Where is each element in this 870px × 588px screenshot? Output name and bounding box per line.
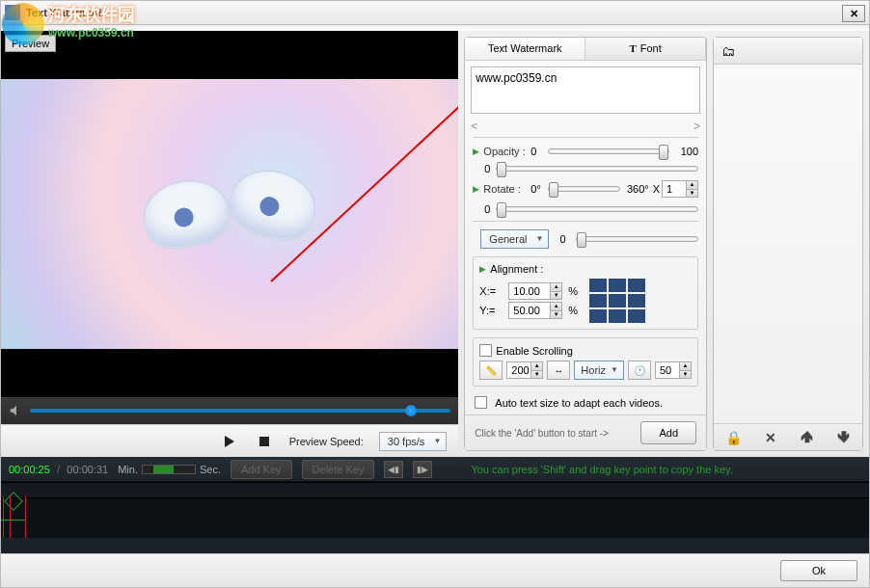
- time-current: 00:00:25: [9, 464, 50, 475]
- seek-thumb[interactable]: [405, 405, 417, 416]
- volume-icon[interactable]: [9, 404, 22, 417]
- next-key-button[interactable]: ▮▶: [413, 461, 432, 478]
- window-title: Text Watermark: [26, 7, 104, 18]
- opacity-sub-slider[interactable]: [496, 166, 698, 172]
- lock-icon[interactable]: 🔒: [725, 430, 742, 445]
- alignment-label: Alignment :: [490, 263, 543, 275]
- prev-key-button[interactable]: ◀▮: [384, 461, 403, 478]
- rotate-x-spinner[interactable]: 1▲▼: [662, 180, 698, 198]
- video-preview: [1, 31, 458, 397]
- tab-text-watermark[interactable]: Text Watermark: [465, 38, 585, 60]
- rotate-slider[interactable]: [548, 186, 619, 192]
- watermark-text-input[interactable]: [472, 67, 699, 113]
- add-key-button[interactable]: Add Key: [231, 460, 292, 479]
- scroll-left-icon[interactable]: <: [471, 120, 477, 133]
- scroll-direction-select[interactable]: Horiz: [574, 361, 624, 380]
- move-down-icon[interactable]: 🡻: [837, 430, 851, 445]
- tab-font[interactable]: TT Font Font: [585, 38, 706, 60]
- watermark-list: [714, 65, 862, 423]
- add-button[interactable]: Add: [640, 421, 696, 444]
- general-select[interactable]: General: [480, 229, 549, 249]
- delete-key-button[interactable]: Delete Key: [302, 460, 375, 479]
- preview-button[interactable]: Preview: [5, 35, 56, 52]
- enable-scrolling-checkbox[interactable]: [479, 344, 492, 357]
- opacity-sub: 0: [484, 163, 490, 174]
- opacity-max: 100: [673, 146, 698, 157]
- expand-opacity-icon[interactable]: ▶: [473, 147, 479, 156]
- general-value: 0: [553, 233, 572, 245]
- rotate-max: 360°: [624, 183, 649, 195]
- play-button[interactable]: [220, 432, 239, 451]
- add-hint: Click the 'Add' button to start ->: [475, 428, 609, 439]
- ok-button[interactable]: Ok: [780, 560, 857, 581]
- opacity-min: 0: [530, 146, 544, 157]
- move-up-icon[interactable]: 🡹: [801, 430, 814, 445]
- rotate-sub: 0: [484, 203, 490, 215]
- app-icon: [5, 5, 20, 20]
- timeline-hint: You can press 'Shift' and drag key point…: [471, 464, 732, 475]
- layers-icon: 🗂: [721, 43, 735, 59]
- keyframe-marker[interactable]: [1, 496, 26, 538]
- align-y-spinner[interactable]: 50.00▲▼: [508, 302, 562, 319]
- enable-scrolling-label: Enable Scrolling: [496, 345, 573, 357]
- ruler-icon[interactable]: 📏: [479, 361, 503, 380]
- seek-bar[interactable]: [1, 397, 458, 424]
- scroll-width-spinner[interactable]: 200▲▼: [506, 361, 543, 379]
- rotate-min: 0°: [530, 183, 544, 195]
- scroll-delay-spinner[interactable]: 50▲▼: [655, 361, 692, 379]
- expand-rotate-icon[interactable]: ▶: [473, 184, 479, 194]
- autosize-checkbox[interactable]: [475, 396, 487, 409]
- rotate-label: Rotate :: [483, 183, 527, 195]
- delete-icon[interactable]: ✕: [765, 430, 776, 445]
- alignment-grid[interactable]: [589, 279, 645, 323]
- autosize-label: Auto text size to adapt each videos.: [495, 397, 663, 409]
- zoom-slider[interactable]: Min. Sec.: [118, 464, 221, 475]
- clock-icon[interactable]: 🕐: [628, 361, 651, 380]
- stop-button[interactable]: [255, 432, 274, 451]
- timeline-track[interactable]: [1, 482, 869, 538]
- preview-speed-label: Preview Speed:: [289, 436, 364, 447]
- fps-select[interactable]: 30 fps/s: [379, 432, 448, 451]
- svg-rect-1: [259, 437, 269, 446]
- time-total: 00:00:31: [67, 464, 108, 475]
- rotate-sub-slider[interactable]: [496, 206, 698, 212]
- opacity-slider[interactable]: [548, 148, 669, 154]
- titlebar: Text Watermark ✕: [0, 0, 870, 25]
- opacity-label: Opacity :: [483, 146, 527, 157]
- scroll-right-icon[interactable]: >: [693, 120, 700, 133]
- direction-icon[interactable]: ↔: [547, 361, 570, 380]
- general-slider[interactable]: [576, 236, 698, 242]
- expand-alignment-icon[interactable]: ▶: [479, 264, 486, 274]
- close-button[interactable]: ✕: [842, 5, 865, 22]
- align-x-spinner[interactable]: 10.00▲▼: [508, 282, 562, 300]
